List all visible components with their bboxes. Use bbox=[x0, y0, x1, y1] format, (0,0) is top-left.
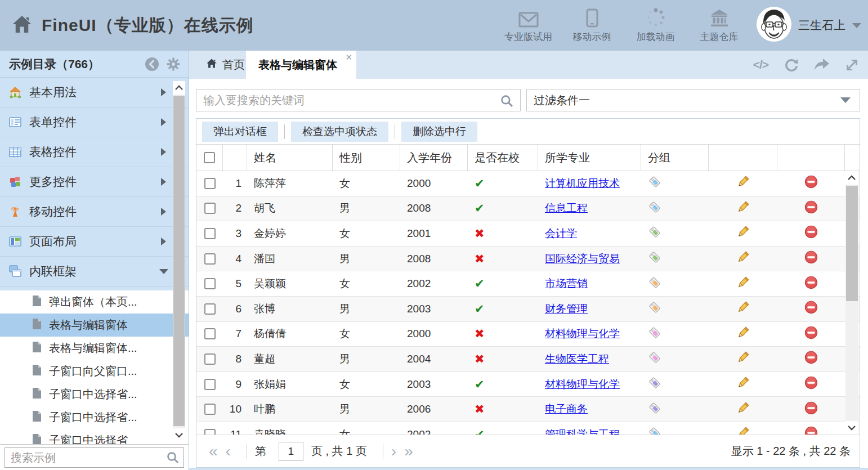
sidebar-subitem[interactable]: 子窗口中选择省... bbox=[0, 383, 189, 406]
sidebar-item-mobile[interactable]: 移动控件 bbox=[0, 197, 189, 227]
edit-pencil-icon[interactable] bbox=[736, 250, 750, 267]
scroll-down-icon[interactable] bbox=[173, 428, 185, 442]
sidebar-subitem[interactable]: 表格与编辑窗体 bbox=[0, 314, 189, 337]
sidebar-item-layout[interactable]: 页面布局 bbox=[0, 227, 189, 257]
delete-row-icon[interactable] bbox=[804, 301, 818, 317]
edit-pencil-icon[interactable] bbox=[736, 225, 750, 241]
major-link[interactable]: 材料物理与化学 bbox=[545, 377, 620, 392]
scrollbar-thumb[interactable] bbox=[846, 186, 858, 301]
delete-row-icon[interactable] bbox=[804, 351, 818, 367]
edit-pencil-icon[interactable] bbox=[736, 401, 750, 418]
delete-selected-button[interactable]: 删除选中行 bbox=[401, 122, 477, 142]
major-link[interactable]: 计算机应用技术 bbox=[545, 176, 620, 191]
edit-pencil-icon[interactable] bbox=[736, 276, 750, 292]
row-checkbox[interactable] bbox=[204, 429, 216, 435]
row-checkbox[interactable] bbox=[204, 278, 216, 289]
sidebar-item-iframe[interactable]: 内联框架 bbox=[0, 257, 189, 287]
delete-row-icon[interactable] bbox=[804, 376, 818, 392]
major-link[interactable]: 材料物理与化学 bbox=[545, 326, 620, 341]
sidebar-scrollbar[interactable] bbox=[173, 81, 185, 442]
row-checkbox[interactable] bbox=[204, 228, 216, 239]
sidebar-subitem[interactable]: 表格与编辑窗体... bbox=[0, 337, 189, 360]
nav-loading[interactable]: 加载动画 bbox=[624, 6, 687, 43]
prev-page-button[interactable]: ‹ bbox=[226, 444, 231, 459]
nav-mobile[interactable]: 移动示例 bbox=[560, 6, 624, 43]
major-link[interactable]: 会计学 bbox=[545, 226, 577, 241]
tab-active[interactable]: 表格与编辑窗体 ✕ bbox=[246, 51, 356, 79]
major-link[interactable]: 管理科学与工程 bbox=[545, 427, 620, 435]
filter-dropdown[interactable]: 过滤条件一 bbox=[526, 89, 860, 111]
sidebar-item-more[interactable]: 更多控件 bbox=[0, 167, 189, 197]
major-link[interactable]: 信息工程 bbox=[545, 201, 588, 216]
row-checkbox[interactable] bbox=[204, 379, 216, 390]
edit-pencil-icon[interactable] bbox=[736, 426, 750, 435]
fullscreen-icon[interactable] bbox=[845, 58, 859, 72]
user-menu[interactable]: 三生石上 bbox=[757, 7, 861, 44]
sidebar-subitem[interactable]: 子窗口中选择省 bbox=[0, 429, 189, 444]
major-link[interactable]: 财务管理 bbox=[545, 302, 588, 316]
close-icon[interactable]: ✕ bbox=[345, 52, 352, 62]
cell-at-school: ✔ bbox=[468, 422, 538, 435]
delete-row-icon[interactable] bbox=[804, 426, 818, 435]
major-link[interactable]: 生物医学工程 bbox=[545, 352, 609, 366]
open-dialog-button[interactable]: 弹出对话框 bbox=[202, 122, 278, 142]
delete-row-icon[interactable] bbox=[804, 200, 818, 217]
edit-pencil-icon[interactable] bbox=[736, 376, 750, 392]
sidebar-item-basic[interactable]: 基本用法 bbox=[0, 78, 189, 108]
row-checkbox[interactable] bbox=[204, 253, 216, 265]
share-icon[interactable] bbox=[814, 58, 830, 71]
refresh-icon[interactable] bbox=[784, 57, 799, 73]
grid-scrollbar[interactable] bbox=[845, 171, 858, 435]
major-link[interactable]: 国际经济与贸易 bbox=[545, 252, 620, 266]
search-icon[interactable] bbox=[500, 94, 514, 110]
select-all-checkbox[interactable] bbox=[204, 152, 215, 163]
row-checkbox[interactable] bbox=[204, 203, 216, 214]
header-year[interactable]: 入学年份 bbox=[400, 145, 468, 171]
search-icon[interactable] bbox=[166, 451, 180, 467]
delete-row-icon[interactable] bbox=[804, 326, 818, 342]
header-at-school[interactable]: 是否在校 bbox=[468, 145, 538, 171]
scroll-down-icon[interactable] bbox=[845, 421, 858, 435]
next-page-button[interactable]: › bbox=[391, 444, 396, 459]
edit-pencil-icon[interactable] bbox=[736, 326, 750, 342]
last-page-button[interactable]: » bbox=[404, 444, 413, 459]
header-major[interactable]: 所学专业 bbox=[538, 145, 641, 171]
delete-row-icon[interactable] bbox=[804, 276, 818, 292]
row-checkbox[interactable] bbox=[204, 178, 216, 189]
nav-themes[interactable]: 主题仓库 bbox=[687, 6, 751, 43]
nav-trial[interactable]: 专业版试用 bbox=[496, 6, 560, 43]
scrollbar-thumb[interactable] bbox=[173, 96, 185, 426]
sidebar-item-grid[interactable]: 表格控件 bbox=[0, 137, 189, 167]
row-checkbox[interactable] bbox=[204, 353, 216, 365]
scroll-up-icon[interactable] bbox=[173, 81, 185, 95]
sidebar-subitem[interactable]: 子窗口中选择省... bbox=[0, 406, 189, 429]
collapse-sidebar-icon[interactable] bbox=[145, 57, 159, 74]
row-checkbox[interactable] bbox=[204, 404, 216, 415]
major-link[interactable]: 市场营销 bbox=[545, 276, 588, 291]
major-link[interactable]: 电子商务 bbox=[545, 402, 588, 417]
row-checkbox[interactable] bbox=[204, 328, 216, 339]
sidebar-search-input[interactable] bbox=[5, 447, 184, 468]
sidebar-item-form[interactable]: 表单控件 bbox=[0, 108, 189, 137]
first-page-button[interactable]: « bbox=[209, 444, 218, 459]
gear-icon[interactable] bbox=[166, 57, 181, 74]
edit-pencil-icon[interactable] bbox=[736, 301, 750, 317]
source-code-icon[interactable]: </> bbox=[753, 58, 768, 71]
sidebar-subitem[interactable]: 子窗口向父窗口... bbox=[0, 360, 189, 383]
page-number-input[interactable] bbox=[279, 442, 303, 461]
delete-row-icon[interactable] bbox=[804, 401, 818, 418]
header-group[interactable]: 分组 bbox=[641, 145, 709, 171]
header-gender[interactable]: 性别 bbox=[333, 145, 400, 171]
keyword-search-input[interactable] bbox=[196, 89, 521, 111]
edit-pencil-icon[interactable] bbox=[736, 200, 750, 217]
delete-row-icon[interactable] bbox=[804, 225, 818, 241]
delete-row-icon[interactable] bbox=[804, 175, 818, 191]
row-checkbox[interactable] bbox=[204, 303, 216, 315]
delete-row-icon[interactable] bbox=[804, 250, 818, 267]
scroll-up-icon[interactable] bbox=[845, 171, 858, 185]
sidebar-subitem[interactable]: 弹出窗体（本页... bbox=[0, 290, 189, 314]
check-selected-button[interactable]: 检查选中项状态 bbox=[291, 122, 388, 142]
edit-pencil-icon[interactable] bbox=[736, 175, 750, 191]
header-name[interactable]: 姓名 bbox=[247, 145, 333, 171]
edit-pencil-icon[interactable] bbox=[736, 351, 750, 367]
